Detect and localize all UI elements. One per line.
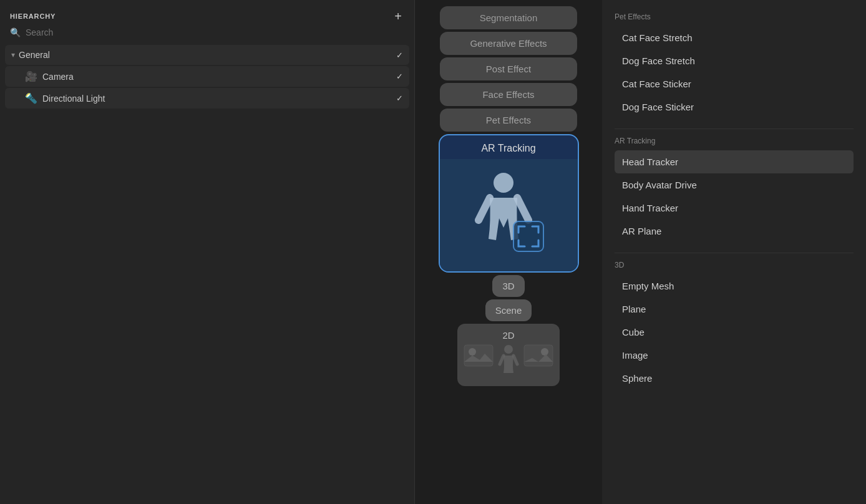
2d-figure-icon — [497, 344, 520, 374]
ar-tracking-section-label: AR Tracking — [615, 137, 854, 145]
divider-1 — [615, 128, 854, 129]
dog-face-stretch-item[interactable]: Dog Face Stretch — [615, 49, 854, 72]
tab-2d-preview — [464, 344, 553, 374]
hierarchy-header: HIERARCHY + — [0, 0, 414, 27]
sphere-item[interactable]: Sphere — [615, 367, 854, 390]
tab-post-effect[interactable]: Post Effect — [440, 57, 577, 80]
tab-3d[interactable]: 3D — [492, 275, 524, 297]
right-panel: Pet Effects Cat Face Stretch Dog Face St… — [602, 0, 866, 504]
add-item-button[interactable]: + — [392, 10, 404, 22]
ar-scan-icon — [513, 221, 543, 251]
search-bar: 🔍 — [10, 27, 404, 37]
pet-effects-section: Pet Effects Cat Face Stretch Dog Face St… — [615, 12, 854, 119]
directional-light-icon: 🔦 — [25, 92, 37, 104]
tab-2d[interactable]: 2D — [457, 324, 560, 386]
empty-mesh-item[interactable]: Empty Mesh — [615, 274, 854, 298]
svg-point-3 — [469, 348, 476, 356]
search-input[interactable] — [26, 27, 404, 37]
directional-light-item[interactable]: 🔦 Directional Light ✓ — [5, 88, 409, 109]
ar-figure — [440, 159, 578, 271]
cat-face-sticker-item[interactable]: Cat Face Sticker — [615, 72, 854, 95]
svg-point-4 — [504, 345, 513, 354]
ar-tracking-section: AR Tracking Head Tracker Body Avatar Dri… — [615, 137, 854, 243]
general-group: ▾ General ✓ 🎥 Camera ✓ 🔦 Directional Lig… — [0, 45, 414, 110]
tab-segmentation[interactable]: Segmentation — [440, 6, 577, 29]
svg-rect-5 — [524, 345, 553, 366]
camera-icon: 🎥 — [25, 70, 37, 82]
group-checkmark-icon: ✓ — [396, 51, 403, 60]
search-icon: 🔍 — [10, 27, 21, 37]
tab-2d-label: 2D — [502, 330, 514, 341]
hand-tracker-item[interactable]: Hand Tracker — [615, 196, 854, 220]
directional-light-checkmark-icon: ✓ — [396, 94, 403, 103]
3d-section: 3D Empty Mesh Plane Cube Image Sphere — [615, 261, 854, 390]
svg-point-6 — [541, 348, 548, 356]
tab-stack: Segmentation Generative Effects Post Eff… — [427, 6, 590, 386]
tab-generative-effects[interactable]: Generative Effects — [440, 32, 577, 55]
image-item[interactable]: Image — [615, 344, 854, 367]
ar-plane-item[interactable]: AR Plane — [615, 220, 854, 243]
head-tracker-item[interactable]: Head Tracker — [615, 150, 854, 173]
hierarchy-title: HIERARCHY — [10, 12, 56, 20]
camera-checkmark-icon: ✓ — [396, 72, 403, 81]
general-group-label: General — [19, 50, 50, 60]
center-panel: Segmentation Generative Effects Post Eff… — [415, 0, 602, 504]
divider-2 — [615, 253, 854, 253]
dog-face-sticker-item[interactable]: Dog Face Sticker — [615, 95, 854, 119]
tab-pet-effects[interactable]: Pet Effects — [440, 109, 577, 132]
ar-tracking-preview — [440, 159, 578, 271]
camera-item[interactable]: 🎥 Camera ✓ — [5, 66, 409, 87]
ar-tracking-label: AR Tracking — [440, 135, 578, 159]
tab-face-effects[interactable]: Face Effects — [440, 83, 577, 106]
tab-scene[interactable]: Scene — [485, 299, 532, 321]
directional-light-label: Directional Light — [42, 94, 105, 104]
cat-face-stretch-item[interactable]: Cat Face Stretch — [615, 26, 854, 49]
pet-effects-section-label: Pet Effects — [615, 12, 854, 21]
plane-item[interactable]: Plane — [615, 298, 854, 321]
camera-label: Camera — [42, 72, 74, 82]
body-avatar-drive-item[interactable]: Body Avatar Drive — [615, 173, 854, 196]
chevron-down-icon: ▾ — [11, 51, 15, 59]
hierarchy-panel: HIERARCHY + 🔍 ▾ General ✓ 🎥 Camera ✓ 🔦 D… — [0, 0, 415, 504]
ar-figure-svg — [459, 165, 558, 265]
2d-image-1-icon — [464, 344, 494, 367]
3d-section-label: 3D — [615, 261, 854, 269]
tab-ar-tracking[interactable]: AR Tracking — [439, 134, 579, 273]
2d-image-2-icon — [523, 344, 553, 367]
general-group-header[interactable]: ▾ General ✓ — [5, 45, 409, 65]
svg-rect-2 — [464, 345, 493, 366]
svg-point-0 — [494, 173, 513, 193]
cube-item[interactable]: Cube — [615, 321, 854, 344]
